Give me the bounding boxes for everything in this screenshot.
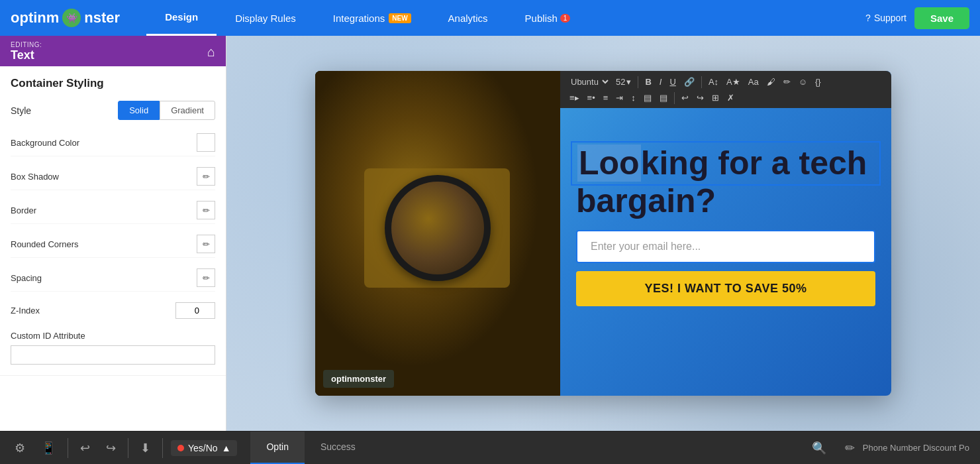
bottom-separator-3 bbox=[162, 438, 163, 458]
undo-icon[interactable]: ↩ bbox=[76, 437, 94, 459]
settings-icon[interactable]: ⚙ bbox=[11, 437, 29, 459]
spacing-label: Spacing bbox=[11, 273, 197, 283]
font-size-display[interactable]: 52 ▾ bbox=[613, 76, 634, 88]
line-height-icon[interactable]: ↕ bbox=[628, 91, 638, 104]
bg-color-swatch[interactable] bbox=[197, 133, 215, 152]
gradient-button[interactable]: Gradient bbox=[160, 101, 215, 120]
font-select[interactable]: Ubuntu bbox=[567, 75, 611, 89]
heading-highlight: Loo bbox=[577, 145, 641, 182]
toolbar-separator-1 bbox=[638, 76, 638, 88]
table-icon[interactable]: ⊞ bbox=[709, 91, 722, 104]
download-icon[interactable]: ⬇ bbox=[136, 437, 154, 459]
section-title: Container Styling bbox=[11, 77, 215, 90]
edit-icon[interactable]: ✏ bbox=[841, 437, 859, 459]
popup-right: Ubuntu 52 ▾ B I U 🔗 A↕ A★ bbox=[560, 71, 891, 396]
border-row: Border ✏ bbox=[11, 197, 215, 224]
phone-edit-section: ✏ Phone Number Discount Po bbox=[841, 437, 969, 459]
nav-integrations-label: Integrations bbox=[333, 13, 385, 24]
custom-id-input[interactable] bbox=[11, 345, 215, 365]
custom-id-label: Custom ID Attribute bbox=[11, 331, 85, 341]
link-button[interactable]: 🔗 bbox=[681, 76, 697, 88]
toolbar-separator-2 bbox=[701, 76, 702, 88]
mobile-icon[interactable]: 📱 bbox=[37, 437, 60, 459]
support-link[interactable]: ? Support bbox=[865, 13, 906, 23]
nav-design[interactable]: Design bbox=[146, 0, 217, 36]
underline-button[interactable]: U bbox=[667, 76, 678, 88]
spacing-row: Spacing ✏ bbox=[11, 264, 215, 292]
chevron-down-icon: ▾ bbox=[626, 77, 631, 87]
clear-format-icon[interactable]: ✗ bbox=[724, 91, 737, 104]
question-icon: ? bbox=[865, 13, 871, 23]
nav-integrations[interactable]: Integrations NEW bbox=[315, 0, 430, 36]
font-size-value: 52 bbox=[616, 77, 625, 87]
solid-button[interactable]: Solid bbox=[118, 101, 160, 120]
case-icon[interactable]: Aa bbox=[746, 76, 761, 88]
z-index-input[interactable] bbox=[175, 302, 215, 319]
rounded-corners-edit[interactable]: ✏ bbox=[197, 235, 215, 253]
border-edit[interactable]: ✏ bbox=[197, 201, 215, 219]
unordered-list-icon[interactable]: ≡• bbox=[585, 91, 598, 104]
bottom-separator-1 bbox=[68, 438, 68, 458]
box-shadow-label: Box Shadow bbox=[11, 172, 197, 182]
font-size-icon[interactable]: A↕ bbox=[706, 76, 721, 88]
nav-links: Design Display Rules Integrations NEW An… bbox=[146, 0, 865, 36]
heading-selected-block: Looking for a tech bbox=[571, 141, 881, 186]
bg-color-label: Background Color bbox=[11, 138, 197, 148]
nav-publish[interactable]: Publish 1 bbox=[507, 0, 589, 36]
box-shadow-edit[interactable]: ✏ bbox=[197, 167, 215, 186]
spacing-edit[interactable]: ✏ bbox=[197, 268, 215, 287]
rounded-corners-label: Rounded Corners bbox=[11, 239, 197, 249]
toolbar-row-2: ≡▸ ≡• ≡ ⇥ ↕ ▤ ▤ ↩ ↪ ⊞ ✗ bbox=[567, 91, 885, 104]
pencil-icon[interactable]: ✏ bbox=[781, 76, 793, 88]
search-icon[interactable]: 🔍 bbox=[808, 437, 830, 459]
border-label: Border bbox=[11, 205, 197, 215]
ordered-list-icon[interactable]: ≡▸ bbox=[567, 91, 582, 104]
paint-icon[interactable]: 🖌 bbox=[764, 76, 778, 88]
style-label: Style bbox=[11, 105, 118, 116]
food-pan bbox=[385, 175, 491, 281]
editing-prefix: EDITING: bbox=[11, 41, 42, 48]
bottom-tabs: Optin Success bbox=[250, 432, 799, 464]
italic-button[interactable]: I bbox=[657, 76, 665, 88]
yes-no-toggle[interactable]: Yes/No ▲ bbox=[171, 440, 237, 456]
font-color-icon[interactable]: A★ bbox=[724, 76, 743, 88]
logo-text: optinm 👾 nster bbox=[11, 9, 120, 27]
indent-icon[interactable]: ⇥ bbox=[613, 91, 626, 104]
nav-analytics[interactable]: Analytics bbox=[430, 0, 507, 36]
bold-button[interactable]: B bbox=[642, 76, 654, 88]
align-center-icon[interactable]: ▤ bbox=[641, 91, 654, 104]
nav-analytics-label: Analytics bbox=[448, 13, 488, 24]
tab-optin[interactable]: Optin bbox=[250, 432, 304, 465]
phone-number-text: Phone Number Discount Po bbox=[863, 443, 969, 453]
rounded-corners-row: Rounded Corners ✏ bbox=[11, 231, 215, 258]
nav-design-label: Design bbox=[165, 11, 198, 23]
tab-success[interactable]: Success bbox=[305, 432, 371, 465]
popup-left: optinmonster bbox=[315, 71, 560, 396]
redo-icon[interactable]: ↪ bbox=[102, 437, 120, 459]
logo-part2: nster bbox=[84, 9, 120, 27]
cta-button[interactable]: YES! I WANT TO SAVE 50% bbox=[576, 271, 875, 306]
publish-notif: 1 bbox=[560, 14, 571, 23]
style-buttons: Solid Gradient bbox=[118, 101, 215, 120]
popup-heading[interactable]: Looking for a tech bargain? bbox=[576, 144, 875, 219]
align-justify-icon[interactable]: ▤ bbox=[657, 91, 670, 104]
style-row: Style Solid Gradient bbox=[11, 101, 215, 120]
box-shadow-row: Box Shadow ✏ bbox=[11, 163, 215, 190]
home-icon[interactable]: ⌂ bbox=[207, 44, 215, 60]
nav-display-rules[interactable]: Display Rules bbox=[217, 0, 315, 36]
yes-no-label: Yes/No bbox=[188, 443, 218, 453]
undo-icon[interactable]: ↩ bbox=[679, 91, 691, 104]
code-icon[interactable]: {} bbox=[812, 76, 824, 88]
redo-icon[interactable]: ↪ bbox=[694, 91, 707, 104]
bottom-separator-2 bbox=[128, 438, 128, 458]
align-left-icon[interactable]: ≡ bbox=[601, 91, 611, 104]
nav-display-rules-label: Display Rules bbox=[235, 13, 296, 24]
email-input[interactable]: Enter your email here... bbox=[576, 230, 875, 263]
popup-container: × optinmonster Ubuntu bbox=[315, 71, 891, 396]
emoji-icon[interactable]: ☺ bbox=[796, 76, 810, 88]
heading-rest-line1: king for a tech bbox=[641, 145, 867, 182]
save-button[interactable]: Save bbox=[914, 7, 969, 29]
popup-branding: optinmonster bbox=[323, 370, 394, 388]
bottom-bar: ⚙ 📱 ↩ ↪ ⬇ Yes/No ▲ Optin Success 🔍 ✏ Pho… bbox=[0, 431, 980, 464]
nav-publish-label: Publish bbox=[525, 13, 558, 24]
